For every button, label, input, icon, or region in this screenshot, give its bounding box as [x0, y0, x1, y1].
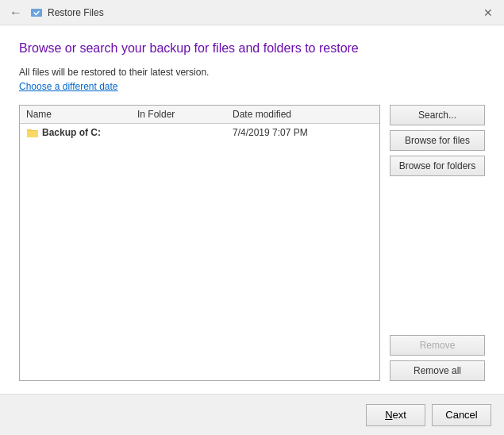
next-button[interactable]: Next	[366, 404, 425, 426]
side-buttons: Search... Browse for files Browse for fo…	[390, 105, 485, 381]
next-label: Next	[385, 409, 406, 421]
col-header-date: Date modified	[233, 109, 373, 120]
remove-all-button[interactable]: Remove all	[390, 360, 485, 381]
file-date-cell: 7/4/2019 7:07 PM	[233, 127, 373, 138]
info-text: All files will be restored to their late…	[19, 67, 485, 78]
folder-icon	[26, 128, 39, 138]
table-header: Name In Folder Date modified	[20, 106, 379, 124]
svg-rect-0	[31, 9, 42, 17]
file-name-cell: Backup of C:	[26, 127, 137, 138]
col-header-name: Name	[26, 109, 137, 120]
browse-files-button[interactable]: Browse for files	[390, 130, 485, 151]
col-header-folder: In Folder	[137, 109, 233, 120]
search-button[interactable]: Search...	[390, 105, 485, 125]
table-row[interactable]: Backup of C: 7/4/2019 7:07 PM	[20, 124, 379, 141]
back-button[interactable]: ←	[6, 3, 25, 22]
title-bar: ← Restore Files ✕	[0, 0, 504, 25]
footer: Next Cancel	[0, 394, 504, 435]
cancel-button[interactable]: Cancel	[432, 404, 491, 426]
remove-button[interactable]: Remove	[390, 335, 485, 356]
window-title: Restore Files	[48, 7, 104, 18]
choose-date-link[interactable]: Choose a different date	[19, 81, 485, 92]
close-button[interactable]: ✕	[479, 3, 498, 22]
main-area: Name In Folder Date modified Backup of C…	[19, 105, 485, 381]
page-heading: Browse or search your backup for files a…	[19, 41, 485, 56]
file-list: Name In Folder Date modified Backup of C…	[19, 105, 380, 381]
main-content: Browse or search your backup for files a…	[0, 25, 504, 394]
browse-folders-button[interactable]: Browse for folders	[390, 156, 485, 176]
app-icon	[30, 6, 43, 19]
